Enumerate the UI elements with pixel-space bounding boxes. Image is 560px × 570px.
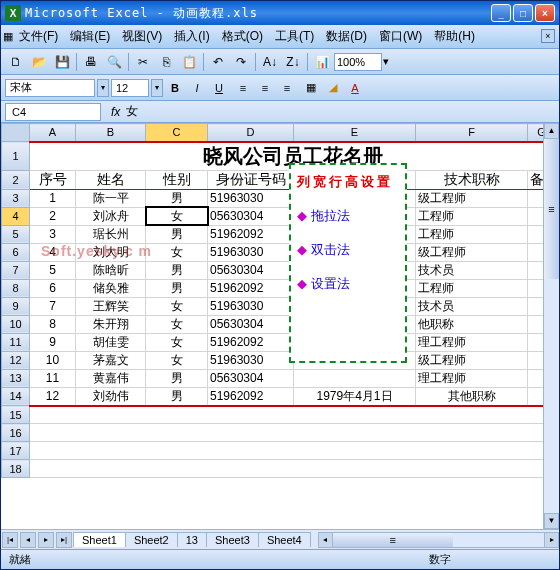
cell-id[interactable]: 05630304 (208, 315, 294, 333)
row-header[interactable]: 11 (2, 333, 30, 351)
cell-name[interactable]: 陈一平 (76, 189, 146, 207)
cell-sex[interactable]: 男 (146, 369, 208, 387)
hdr-no[interactable]: 序号 (30, 170, 76, 189)
cell-title[interactable]: 其他职称 (416, 387, 528, 406)
cell-no[interactable]: 9 (30, 333, 76, 351)
font-size-dropdown-icon[interactable]: ▾ (151, 79, 163, 97)
formula-value[interactable]: 女 (126, 103, 138, 120)
spreadsheet-grid[interactable]: A B C D E F G 1 晓风公司员工花名册 2 序号 姓名 性别 身份证… (1, 123, 556, 478)
cell-name[interactable]: 储奂雅 (76, 279, 146, 297)
cell-id[interactable]: 51963030 (208, 243, 294, 261)
cell-no[interactable]: 6 (30, 279, 76, 297)
cell-sex[interactable]: 女 (146, 243, 208, 261)
cell-title[interactable]: 级工程师 (416, 243, 528, 261)
horizontal-scrollbar[interactable]: ◂ ≡ ▸ (318, 532, 559, 548)
preview-icon[interactable]: 🔍 (103, 51, 125, 73)
chart-icon[interactable]: 📊 (311, 51, 333, 73)
align-right-icon[interactable]: ≡ (277, 78, 297, 98)
cell-sex[interactable]: 男 (146, 279, 208, 297)
tab-last-icon[interactable]: ▸| (56, 532, 72, 548)
cell-title[interactable]: 技术员 (416, 261, 528, 279)
maximize-button[interactable]: □ (513, 4, 533, 22)
cell-sex[interactable]: 男 (146, 387, 208, 406)
cell[interactable] (30, 442, 556, 460)
menu-format[interactable]: 格式(O) (216, 26, 269, 47)
row-header[interactable]: 2 (2, 170, 30, 189)
minimize-button[interactable]: _ (491, 4, 511, 22)
close-button[interactable]: × (535, 4, 555, 22)
cell[interactable] (30, 460, 556, 478)
copy-icon[interactable]: ⎘ (155, 51, 177, 73)
col-header[interactable]: A (30, 124, 76, 142)
row-header[interactable]: 7 (2, 261, 30, 279)
scroll-right-icon[interactable]: ▸ (544, 533, 558, 547)
zoom-select[interactable]: 100% (334, 53, 382, 71)
cell-no[interactable]: 1 (30, 189, 76, 207)
row-header[interactable]: 15 (2, 406, 30, 424)
cell-no[interactable]: 12 (30, 387, 76, 406)
cell-birth[interactable] (294, 369, 416, 387)
cell-no[interactable]: 4 (30, 243, 76, 261)
cell-id[interactable]: 51962092 (208, 225, 294, 243)
bold-button[interactable]: B (165, 78, 185, 98)
font-name-dropdown-icon[interactable]: ▾ (97, 79, 109, 97)
col-header[interactable]: F (416, 124, 528, 142)
cell[interactable] (30, 406, 556, 424)
row-header[interactable]: 13 (2, 369, 30, 387)
menu-file[interactable]: 文件(F) (13, 26, 64, 47)
cell-sex[interactable]: 女 (146, 207, 208, 225)
menu-edit[interactable]: 编辑(E) (64, 26, 116, 47)
cell-name[interactable]: 琚长州 (76, 225, 146, 243)
row-header[interactable]: 16 (2, 424, 30, 442)
col-header[interactable]: B (76, 124, 146, 142)
print-icon[interactable]: 🖶 (80, 51, 102, 73)
row-header[interactable]: 8 (2, 279, 30, 297)
fill-color-icon[interactable]: ◢ (323, 78, 343, 98)
hdr-name[interactable]: 姓名 (76, 170, 146, 189)
row-header[interactable]: 12 (2, 351, 30, 369)
hdr-id[interactable]: 身份证号码 (208, 170, 294, 189)
cell-name[interactable]: 茅嘉文 (76, 351, 146, 369)
row-header[interactable]: 6 (2, 243, 30, 261)
cell-no[interactable]: 10 (30, 351, 76, 369)
cell-no[interactable]: 7 (30, 297, 76, 315)
align-left-icon[interactable]: ≡ (233, 78, 253, 98)
cell-name[interactable]: 刘大明 (76, 243, 146, 261)
cell-id[interactable]: 51962092 (208, 387, 294, 406)
row-header[interactable]: 1 (2, 142, 30, 171)
scroll-up-icon[interactable]: ▲ (544, 123, 559, 139)
cut-icon[interactable]: ✂ (132, 51, 154, 73)
hdr-title[interactable]: 技术职称 (416, 170, 528, 189)
menu-help[interactable]: 帮助(H) (428, 26, 481, 47)
fx-icon[interactable]: fx (111, 105, 120, 119)
cell-sex[interactable]: 女 (146, 315, 208, 333)
cell-name[interactable]: 王辉笑 (76, 297, 146, 315)
cell-no[interactable]: 3 (30, 225, 76, 243)
sort-asc-icon[interactable]: A↓ (259, 51, 281, 73)
cell-name[interactable]: 胡佳雯 (76, 333, 146, 351)
close-workbook-button[interactable]: × (541, 29, 555, 43)
scroll-down-icon[interactable]: ▼ (544, 513, 559, 529)
paste-icon[interactable]: 📋 (178, 51, 200, 73)
cell-sex[interactable]: 女 (146, 333, 208, 351)
sheet-tab[interactable]: Sheet1 (73, 532, 126, 547)
align-center-icon[interactable]: ≡ (255, 78, 275, 98)
row-header[interactable]: 17 (2, 442, 30, 460)
cell-id[interactable]: 51963030 (208, 189, 294, 207)
sheet-tab[interactable]: Sheet2 (125, 532, 178, 547)
cell-no[interactable]: 5 (30, 261, 76, 279)
cell-name[interactable]: 刘冰舟 (76, 207, 146, 225)
sheet-tab[interactable]: 13 (177, 532, 207, 547)
menu-data[interactable]: 数据(D) (320, 26, 373, 47)
cell-title[interactable]: 级工程师 (416, 351, 528, 369)
cell-id[interactable]: 05630304 (208, 207, 294, 225)
cell-id[interactable]: 05630304 (208, 369, 294, 387)
menu-tools[interactable]: 工具(T) (269, 26, 320, 47)
cell-name[interactable]: 黄嘉伟 (76, 369, 146, 387)
cell-no[interactable]: 11 (30, 369, 76, 387)
scroll-left-icon[interactable]: ◂ (319, 533, 333, 547)
cell-id[interactable]: 51962092 (208, 333, 294, 351)
name-box[interactable]: C4 (5, 103, 101, 121)
cell-sex[interactable]: 男 (146, 225, 208, 243)
row-header[interactable]: 9 (2, 297, 30, 315)
